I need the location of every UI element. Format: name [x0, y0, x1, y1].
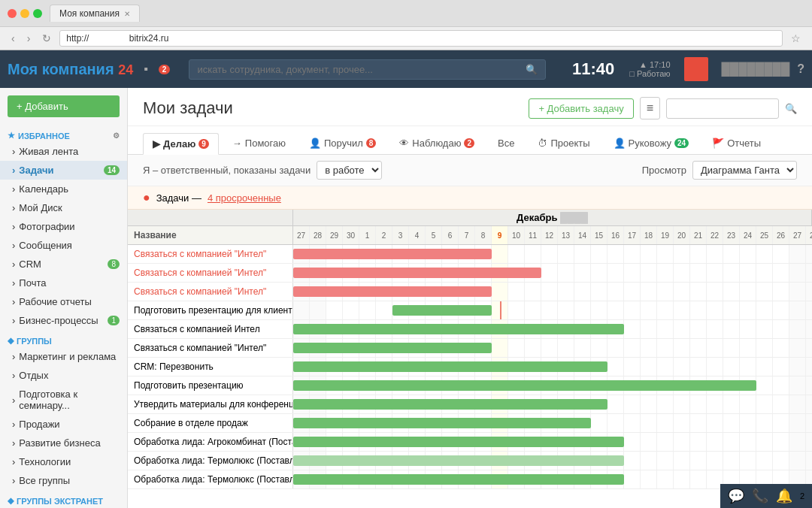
timeline-day-19: [607, 264, 624, 282]
maximize-dot[interactable]: [33, 9, 42, 18]
timeline-day-25: [707, 358, 723, 376]
tab-doing[interactable]: ▶ Делаю 9: [143, 133, 219, 155]
sidebar-item-bizdev[interactable]: › Развитие бизнеса: [0, 434, 127, 452]
gantt-row-1[interactable]: Связаться с компанией "Интел": [128, 264, 812, 283]
sidebar-item-disk[interactable]: › Мой Диск: [0, 198, 127, 217]
sidebar-item-mail[interactable]: › Почта: [0, 274, 127, 292]
gantt-row-8[interactable]: Утвердить материалы для конференции: [128, 395, 812, 414]
timeline-day-24: [690, 245, 707, 263]
sidebar-item-allgroups[interactable]: › Все группы: [0, 471, 127, 490]
timeline-day-21: [641, 264, 657, 282]
notification-badge[interactable]: 2: [159, 65, 171, 74]
timeline-day-20: [624, 395, 641, 413]
tab-watching[interactable]: 👁 Наблюдаю 2: [389, 132, 484, 154]
alert-bar: ● Задачи — 4 просроченные: [128, 186, 812, 210]
view-mode-select[interactable]: Диаграмма Ганта: [692, 161, 797, 180]
tab-manage[interactable]: 👤 Руковожу 24: [604, 132, 699, 154]
timeline-day-26: [723, 339, 740, 357]
timeline-day-24: [690, 414, 707, 432]
gantt-bar-1: [293, 268, 541, 278]
gantt-row-2[interactable]: Связаться с компанией "Интел": [128, 283, 812, 301]
sidebar-item-seminar[interactable]: › Подготовка к семинару...: [0, 385, 127, 415]
timeline-day-28: [756, 283, 773, 301]
gantt-row-0[interactable]: Связаться с компанией "Интел": [128, 245, 812, 264]
sidebar-item-bp[interactable]: › Бизнес-процессы 1: [0, 311, 127, 330]
bookmark-icon[interactable]: ☆: [787, 31, 804, 46]
timeline-day-28: [756, 264, 773, 282]
gantt-row-5[interactable]: Связаться с компанией "Интел": [128, 339, 812, 358]
tab-all[interactable]: Все: [488, 132, 524, 154]
timeline-day-23: [674, 358, 690, 376]
address-bar[interactable]: [59, 30, 783, 47]
timeline-day-31: [806, 301, 812, 319]
notifications-icon[interactable]: 🔔: [776, 488, 792, 504]
sidebar-text-disk: Мой Диск: [19, 202, 62, 213]
tab-all-label: Все: [498, 138, 514, 149]
settings-icon[interactable]: ⚙: [113, 132, 120, 140]
gantt-row-4[interactable]: Связаться с компанией Интел: [128, 320, 812, 339]
timeline-day-13: [508, 283, 525, 301]
tab-reports[interactable]: 🚩 Отчеты: [702, 132, 771, 154]
view-toggle-button[interactable]: ≡: [640, 97, 660, 119]
forward-button[interactable]: ›: [23, 31, 35, 46]
sidebar-item-rest[interactable]: › Отдых: [0, 366, 127, 385]
browser-window-controls: [8, 9, 42, 18]
tasks-search-input[interactable]: [666, 98, 779, 119]
view-label: Просмотр: [642, 165, 686, 176]
timeline-day-21: [641, 283, 657, 301]
add-button[interactable]: + Добавить: [8, 95, 120, 117]
tab-assigned[interactable]: 👤 Поручил 8: [299, 132, 386, 154]
help-icon[interactable]: ?: [797, 62, 804, 76]
gantt-row-3[interactable]: Подготовить презентацию для клиента: [128, 301, 812, 320]
browser-tab[interactable]: Моя компания ✕: [50, 5, 140, 22]
chevron-icon-mail: ›: [12, 277, 15, 289]
search-input[interactable]: [197, 64, 522, 75]
warning-icon: ●: [143, 191, 150, 204]
sidebar-item-feed[interactable]: › Живая лента: [0, 142, 127, 161]
gantt-row-9[interactable]: Собрание в отделе продаж: [128, 414, 812, 433]
sidebar-item-photos[interactable]: › Фотографии: [0, 217, 127, 236]
back-button[interactable]: ‹: [8, 31, 19, 46]
close-dot[interactable]: [8, 9, 17, 18]
gantt-bar-3: [392, 305, 492, 316]
alert-link[interactable]: 4 просроченные: [208, 192, 281, 204]
minimize-dot[interactable]: [20, 9, 29, 18]
sidebar-item-reports[interactable]: › Рабочие отчеты: [0, 292, 127, 311]
sidebar-item-messages[interactable]: › Сообщения: [0, 236, 127, 255]
search-icon-tasks[interactable]: 🔍: [785, 103, 797, 114]
tab-watching-label: Наблюдаю: [412, 138, 461, 149]
timeline-day-26: [723, 395, 740, 413]
day-header-9: 9: [492, 226, 508, 244]
gantt-bar-4: [293, 324, 624, 334]
sidebar-item-marketing[interactable]: › Маркетинг и реклама: [0, 347, 127, 366]
tab-close-icon[interactable]: ✕: [124, 10, 130, 18]
header-search-bar[interactable]: 🔍: [189, 59, 546, 80]
chat-icon[interactable]: 💬: [728, 488, 744, 504]
row-timeline-0: [293, 245, 812, 263]
user-name-blurred[interactable]: ████████: [722, 62, 790, 76]
gantt-row-7[interactable]: Подготовить презентацию: [128, 376, 812, 395]
filter-status-select[interactable]: в работе: [317, 161, 382, 180]
sidebar-item-calendar[interactable]: › Календарь: [0, 180, 127, 198]
gantt-row-6[interactable]: CRM: Перезвонить: [128, 358, 812, 376]
gantt-row-10[interactable]: Обработка лида: Агрокомбинат (Поставлена…: [128, 433, 812, 452]
avatar[interactable]: [684, 57, 708, 81]
tab-projects[interactable]: ⏱ Проекты: [528, 132, 599, 154]
day-header-28: 28: [310, 226, 326, 244]
sidebar-item-sales[interactable]: › Продажи: [0, 415, 127, 434]
add-task-button[interactable]: + Добавить задачу: [529, 98, 633, 119]
tab-manage-label: Руковожу: [629, 138, 671, 149]
month-span: Декабрь ████: [293, 210, 812, 225]
timeline-day-25: [707, 283, 723, 301]
sidebar-item-tasks[interactable]: › Задачи 14: [0, 161, 127, 180]
play-icon: ▶: [153, 138, 160, 150]
gantt-row-12[interactable]: Обработка лида: Термолюкс (Поставлена из…: [128, 470, 812, 489]
tab-helping[interactable]: → Помогаю: [223, 132, 295, 154]
row-timeline-1: [293, 264, 812, 282]
sidebar-item-tech[interactable]: › Технологии: [0, 452, 127, 471]
gantt-row-11[interactable]: Обработка лида: Термолюкс (Поставлена из…: [128, 452, 812, 470]
reload-button[interactable]: ↻: [38, 31, 55, 46]
bottom-badge: 2: [800, 491, 804, 500]
sidebar-item-crm[interactable]: › CRM 8: [0, 255, 127, 274]
phone-icon[interactable]: 📞: [752, 488, 768, 504]
